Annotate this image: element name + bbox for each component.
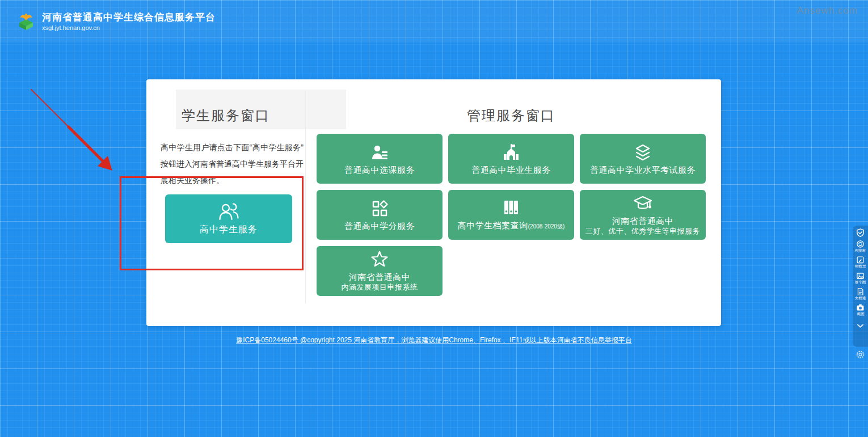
edit-image-icon: [856, 271, 865, 280]
service-button-label: 河南省普通高中: [612, 215, 674, 226]
toolbar-item-label: 文档通: [855, 296, 866, 300]
platform-logo-icon: [16, 11, 36, 32]
service-button-course-selection[interactable]: 普通高中选课服务: [317, 134, 443, 184]
toolbar-item-ai-search[interactable]: AI搜索: [853, 240, 868, 254]
service-button-label: 普通高中学业水平考试服务: [590, 164, 696, 175]
archive-binders-icon: [502, 198, 520, 218]
student-service-button-label: 高中学生服务: [200, 224, 258, 236]
student-service-button[interactable]: 高中学生服务: [165, 194, 292, 243]
service-button-honor-students[interactable]: 河南省普通高中 三好、优干、优秀学生等申报服务: [580, 190, 706, 240]
document-icon: [856, 287, 865, 296]
service-button-academic-exam[interactable]: 普通高中学业水平考试服务: [580, 134, 706, 184]
main-card: 学生服务窗口 高中学生用户请点击下面“高中学生服务”按钮进入河南省普通高中学生服…: [146, 79, 721, 326]
toolbar-item-screenshot[interactable]: 截图: [856, 303, 866, 317]
people-icon: [217, 202, 240, 223]
shield-check-icon: [856, 228, 865, 238]
toolbar-item-security[interactable]: [856, 228, 865, 238]
gear-icon[interactable]: [856, 350, 865, 362]
footer-link[interactable]: 豫ICP备05024460号 @copyright 2025 河南省教育厅，浏览…: [236, 336, 631, 344]
service-button-label-suffix: (2008-2020级): [528, 223, 564, 230]
toolbar-item-label: 帮我写: [855, 264, 866, 268]
layers-icon: [633, 143, 652, 162]
student-panel-heading: 学生服务窗口: [146, 107, 305, 125]
service-button-label: 普通高中学分服务: [344, 220, 415, 231]
watermark: Ansewh.com: [797, 5, 858, 16]
toolbar-item-label: 修个图: [855, 280, 866, 284]
service-button-development-projects[interactable]: 河南省普通高中 内涵发展项目申报系统: [317, 246, 443, 296]
write-pen-icon: [856, 256, 865, 264]
service-button-label: 普通高中选课服务: [344, 164, 415, 175]
service-button-label: 高中学生档案查询(2008-2020级): [458, 220, 564, 232]
toolbar-item-label: 截图: [857, 312, 864, 316]
service-button-label: 河南省普通高中: [349, 271, 411, 282]
student-panel-description: 高中学生用户请点击下面“高中学生服务”按钮进入河南省普通高中学生服务平台开展相关…: [161, 139, 304, 189]
toolbar-item-label: AI搜索: [855, 248, 866, 252]
header-bar: 河南省普通高中学生综合信息服务平台 xsgl.jyt.henan.gov.cn: [0, 0, 868, 43]
chevron-down-icon[interactable]: [857, 320, 864, 330]
browser-side-toolbar: AI搜索 帮我写 修个图 文档通: [853, 226, 868, 347]
header-titles: 河南省普通高中学生综合信息服务平台 xsgl.jyt.henan.gov.cn: [42, 11, 216, 32]
service-button-label: 普通高中毕业生服务: [471, 164, 551, 175]
service-button-graduates[interactable]: 普通高中毕业生服务: [448, 134, 574, 184]
footer: 豫ICP备05024460号 @copyright 2025 河南省教育厅，浏览…: [0, 334, 868, 345]
service-button-archive-query[interactable]: 高中学生档案查询(2008-2020级): [448, 190, 574, 240]
service-button-label-line2: 三好、优干、优秀学生等申报服务: [585, 226, 701, 236]
graduation-cap-icon: [633, 194, 653, 213]
service-button-credits[interactable]: 普通高中学分服务: [317, 190, 443, 240]
vertical-divider: [305, 91, 306, 303]
ai-search-icon: [856, 240, 865, 248]
school-flag-icon: [502, 143, 520, 162]
admin-panel-heading: 管理服务窗口: [317, 107, 706, 125]
star-icon: [370, 250, 389, 269]
credit-grid-icon: [370, 199, 389, 218]
toolbar-item-document[interactable]: 文档通: [853, 287, 868, 302]
site-url: xsgl.jyt.henan.gov.cn: [42, 24, 216, 32]
annotation-arrow: [26, 84, 119, 177]
toolbar-item-edit-image[interactable]: 修个图: [853, 271, 868, 286]
service-button-label-line2: 内涵发展项目申报系统: [342, 282, 418, 292]
person-list-icon: [370, 143, 389, 162]
camera-icon: [856, 303, 865, 312]
toolbar-item-write[interactable]: 帮我写: [853, 256, 868, 270]
page-title: 河南省普通高中学生综合信息服务平台: [42, 11, 216, 24]
